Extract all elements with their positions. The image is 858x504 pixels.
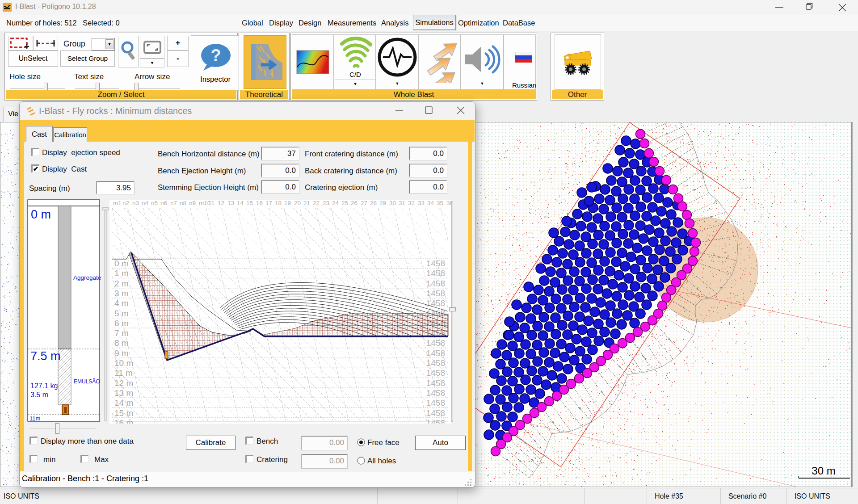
- svg-text:35: 35: [437, 200, 443, 206]
- svg-text:1458: 1458: [426, 408, 445, 418]
- svg-text:1458: 1458: [426, 398, 445, 407]
- svg-text:n5: n5: [151, 200, 158, 206]
- svg-text:m1: m1: [113, 200, 122, 206]
- svg-text:11 m: 11 m: [114, 368, 133, 378]
- svg-text:26: 26: [351, 200, 358, 206]
- svg-text:3.5 m: 3.5 m: [30, 391, 48, 399]
- svg-text:15 m: 15 m: [114, 408, 133, 418]
- svg-text:1458: 1458: [426, 269, 445, 278]
- svg-text:4 m: 4 m: [114, 298, 129, 308]
- svg-text:n4: n4: [142, 200, 149, 206]
- svg-text:n6: n6: [160, 200, 167, 206]
- svg-text:?: ?: [210, 46, 221, 65]
- svg-text:36: 36: [446, 200, 451, 206]
- svg-text:25: 25: [341, 200, 348, 206]
- svg-text:1458: 1458: [426, 358, 445, 368]
- svg-text:19: 19: [284, 200, 291, 206]
- svg-text:127.1 kg: 127.1 kg: [30, 382, 58, 390]
- svg-text:16: 16: [256, 200, 263, 206]
- svg-text:2 m: 2 m: [114, 279, 129, 288]
- svg-text:12: 12: [218, 200, 224, 206]
- svg-text:13: 13: [227, 200, 234, 206]
- svg-text:30: 30: [389, 200, 396, 206]
- svg-text:n7: n7: [170, 200, 177, 206]
- svg-text:24: 24: [332, 200, 339, 206]
- svg-text:10 m: 10 m: [114, 358, 133, 368]
- svg-text:34: 34: [427, 200, 434, 206]
- svg-text:n8: n8: [180, 200, 186, 206]
- svg-text:14: 14: [237, 200, 244, 206]
- svg-text:1458: 1458: [426, 289, 445, 298]
- svg-text:1458: 1458: [426, 388, 445, 398]
- svg-text:0 m: 0 m: [31, 208, 51, 221]
- svg-text:31: 31: [399, 200, 405, 206]
- svg-text:1458: 1458: [426, 259, 445, 268]
- svg-text:22: 22: [313, 200, 320, 206]
- svg-text:1458: 1458: [426, 338, 445, 348]
- svg-text:32: 32: [408, 200, 415, 206]
- svg-text:n3: n3: [132, 200, 139, 206]
- svg-text:n2: n2: [122, 200, 129, 206]
- svg-text:12 m: 12 m: [114, 378, 133, 388]
- svg-text:1458: 1458: [426, 378, 445, 388]
- svg-text:1458: 1458: [426, 418, 445, 424]
- svg-text:3 m: 3 m: [114, 289, 129, 298]
- svg-text:17: 17: [265, 200, 272, 206]
- svg-text:1458: 1458: [426, 349, 445, 358]
- svg-text:7.5 m: 7.5 m: [30, 349, 61, 363]
- svg-text:23: 23: [323, 200, 329, 206]
- svg-text:15: 15: [246, 200, 253, 206]
- svg-text:6 m: 6 m: [114, 319, 129, 328]
- svg-text:18: 18: [275, 200, 282, 206]
- svg-text:5 m: 5 m: [114, 309, 129, 318]
- svg-text:1458: 1458: [426, 279, 445, 288]
- svg-text:11m: 11m: [29, 415, 40, 422]
- svg-text:n9: n9: [189, 200, 196, 206]
- svg-text:8 m: 8 m: [114, 338, 129, 348]
- svg-text:0 m: 0 m: [114, 259, 129, 268]
- svg-text:1 m: 1 m: [114, 269, 129, 278]
- svg-text:13 m: 13 m: [114, 388, 133, 398]
- svg-text:33: 33: [418, 200, 425, 206]
- svg-text:11: 11: [208, 200, 214, 206]
- svg-text:21: 21: [303, 200, 310, 206]
- svg-text:9 m: 9 m: [114, 349, 129, 358]
- svg-text:1458: 1458: [426, 298, 445, 308]
- svg-text:28: 28: [370, 200, 377, 206]
- svg-text:16 m: 16 m: [114, 418, 133, 424]
- svg-text:20: 20: [294, 200, 301, 206]
- svg-text:7 m: 7 m: [114, 328, 129, 338]
- svg-text:27: 27: [361, 200, 367, 206]
- svg-text:29: 29: [379, 200, 386, 206]
- svg-text:Aggregate: Aggregate: [73, 274, 101, 281]
- svg-text:EMULSÃO: EMULSÃO: [74, 378, 100, 385]
- svg-text:14 m: 14 m: [114, 398, 133, 407]
- svg-text:1458: 1458: [426, 368, 445, 378]
- svg-text:30 m: 30 m: [812, 465, 835, 477]
